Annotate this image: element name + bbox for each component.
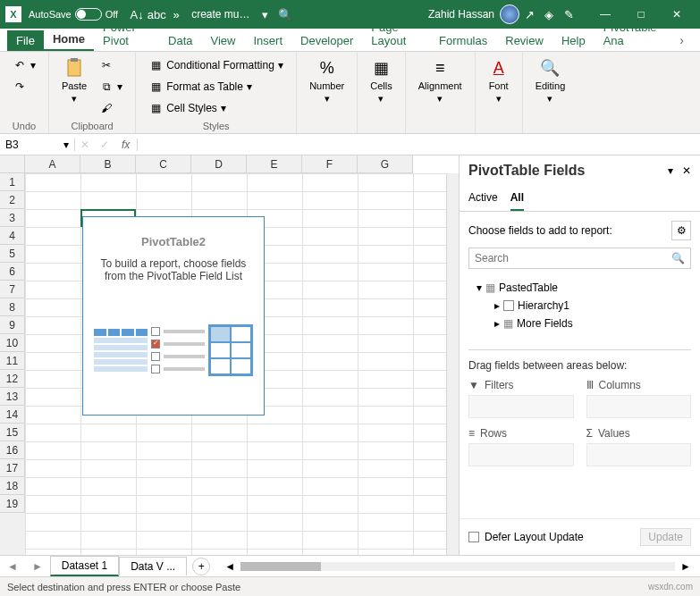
row-header[interactable]: 14	[0, 406, 25, 424]
accept-formula-button[interactable]: ✓	[95, 139, 114, 151]
sheet-tab[interactable]: Data V ...	[119, 557, 187, 575]
update-button[interactable]: Update	[640, 528, 691, 546]
tab-home[interactable]: Home	[44, 29, 94, 51]
row-header[interactable]: 1	[0, 173, 25, 191]
row-header[interactable]: 19	[0, 495, 25, 513]
cell-styles-button[interactable]: ▦Cell Styles ▾	[145, 98, 287, 118]
row-header[interactable]: 13	[0, 388, 25, 406]
group-number: %Number▾	[297, 52, 358, 133]
col-header[interactable]: D	[191, 155, 247, 173]
col-header[interactable]: C	[136, 155, 191, 173]
tab-review[interactable]: Review	[496, 30, 552, 51]
tab-file[interactable]: File	[7, 30, 44, 51]
vertical-scrollbar[interactable]	[446, 173, 459, 555]
select-all-corner[interactable]	[0, 155, 25, 173]
col-header[interactable]: F	[302, 155, 358, 173]
gear-icon[interactable]: ⚙	[671, 221, 691, 240]
col-header[interactable]: G	[358, 155, 413, 173]
number-button[interactable]: %Number▾	[306, 55, 348, 106]
tree-more-fields-node[interactable]: ▸▦More Fields	[469, 315, 690, 332]
paste-button[interactable]: Paste▾	[58, 55, 90, 106]
cancel-formula-button[interactable]: ✕	[75, 139, 95, 151]
tab-page-layout[interactable]: Page Layout	[362, 17, 430, 51]
document-name[interactable]: create mu…	[186, 8, 255, 21]
arrow-icon[interactable]: ↗	[519, 4, 539, 24]
cells-button[interactable]: ▦Cells▾	[367, 55, 395, 106]
tabs-caret-icon[interactable]: ›	[670, 29, 693, 51]
row-header[interactable]: 16	[0, 441, 25, 459]
tab-insert[interactable]: Insert	[245, 30, 292, 51]
conditional-formatting-button[interactable]: ▦Conditional Formatting ▾	[145, 55, 287, 75]
doc-dropdown-icon[interactable]: ▾	[256, 4, 275, 24]
font-button[interactable]: AFont▾	[485, 55, 513, 106]
defer-row: Defer Layout Update Update	[460, 518, 700, 555]
row-header[interactable]: 6	[0, 263, 25, 281]
pivottable-placeholder[interactable]: PivotTable2 To build a report, choose fi…	[82, 216, 265, 416]
panel-close-icon[interactable]: ✕	[682, 164, 691, 177]
area-rows[interactable]: ≡Rows	[468, 427, 574, 466]
tab-developer[interactable]: Developer	[291, 30, 362, 51]
tab-help[interactable]: Help	[552, 30, 595, 51]
col-header[interactable]: A	[25, 155, 80, 173]
area-columns[interactable]: ⅢColumns	[586, 379, 692, 418]
user-account[interactable]: Zahid Hassan	[428, 4, 519, 24]
defer-checkbox[interactable]	[468, 532, 479, 542]
row-header[interactable]: 2	[0, 191, 25, 209]
row-header[interactable]: 11	[0, 352, 25, 370]
column-headers: A B C D E F G	[0, 155, 459, 173]
search2-icon: 🔍	[539, 57, 561, 79]
row-header[interactable]: 15	[0, 424, 25, 441]
tab-pivottable-analyze[interactable]: PivotTable Ana	[595, 17, 671, 51]
cell-grid[interactable]: PivotTable2 To build a report, choose fi…	[25, 173, 446, 555]
row-header[interactable]: 18	[0, 477, 25, 495]
cells-icon: ▦	[370, 57, 392, 79]
draw-icon[interactable]: ✎	[559, 4, 578, 24]
editing-button[interactable]: 🔍Editing▾	[532, 55, 569, 106]
fx-button[interactable]: fx	[114, 139, 138, 151]
panel-tab-active[interactable]: Active	[468, 186, 498, 211]
col-header[interactable]: E	[247, 155, 302, 173]
panel-tab-all[interactable]: All	[510, 186, 524, 211]
tab-data[interactable]: Data	[159, 30, 201, 51]
area-filters[interactable]: ▼Filters	[468, 379, 574, 418]
row-header[interactable]: 7	[0, 281, 25, 298]
tab-view[interactable]: View	[202, 30, 245, 51]
format-painter-button[interactable]: 🖌	[96, 98, 126, 118]
sheet-tab[interactable]: Dataset 1	[50, 556, 119, 576]
horizontal-scrollbar[interactable]: ◄►	[215, 560, 700, 573]
alignment-button[interactable]: ≡Alignment▾	[415, 55, 466, 106]
cut-button[interactable]: ✂	[96, 55, 126, 75]
sheet-nav-prev[interactable]: ◄	[0, 560, 25, 573]
row-header[interactable]: 17	[0, 459, 25, 477]
tab-power-pivot[interactable]: Power Pivot	[94, 17, 159, 51]
diamond-icon[interactable]: ◈	[539, 4, 559, 24]
format-as-table-button[interactable]: ▦Format as Table ▾	[145, 77, 287, 97]
redo-button[interactable]: ↷	[9, 77, 39, 97]
overflow-icon[interactable]: »	[166, 4, 186, 24]
panel-dropdown-icon[interactable]: ▾	[668, 164, 673, 177]
field-search[interactable]	[475, 252, 671, 264]
col-header[interactable]: B	[80, 155, 136, 173]
tree-table-node[interactable]: ▾▦PastedTable	[469, 279, 690, 297]
row-header[interactable]: 5	[0, 245, 25, 263]
row-header[interactable]: 8	[0, 298, 25, 316]
row-header[interactable]: 12	[0, 370, 25, 388]
area-values[interactable]: ΣValues	[586, 427, 692, 466]
expand-icon: ▸	[494, 299, 500, 312]
tab-formulas[interactable]: Formulas	[430, 30, 496, 51]
row-header[interactable]: 10	[0, 334, 25, 352]
row-header[interactable]: 4	[0, 227, 25, 245]
undo-button[interactable]: ↶▾	[9, 55, 39, 75]
name-box[interactable]: B3▾	[0, 139, 75, 151]
tree-hierarchy-node[interactable]: ▸Hierarchy1	[469, 297, 690, 315]
copy-button[interactable]: ⧉▾	[96, 77, 126, 97]
sheet-nav-next[interactable]: ►	[25, 560, 50, 573]
search-icon[interactable]: 🔍	[275, 4, 295, 24]
row-header[interactable]: 9	[0, 316, 25, 334]
checkbox[interactable]	[503, 300, 514, 311]
row-header[interactable]: 3	[0, 209, 25, 227]
search-input[interactable]: 🔍	[468, 248, 691, 269]
new-sheet-button[interactable]: +	[192, 558, 210, 575]
toggle-icon[interactable]	[75, 8, 102, 21]
redo-icon: ↷	[13, 80, 27, 94]
